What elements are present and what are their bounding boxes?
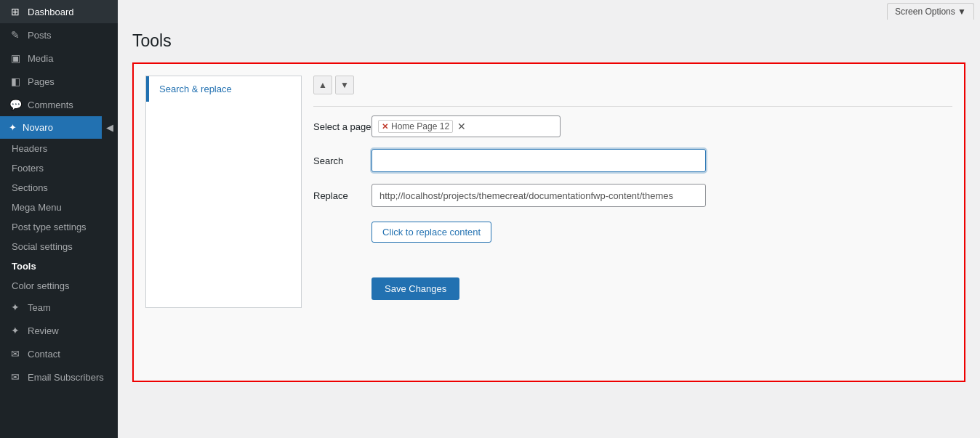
posts-icon: ✎: [9, 29, 22, 41]
sidebar-sub-sections[interactable]: Sections: [0, 178, 118, 198]
replace-control: [371, 184, 952, 207]
sidebar-item-label: Comments: [28, 100, 73, 110]
move-down-button[interactable]: ▼: [335, 76, 354, 94]
search-row: Search: [313, 149, 952, 172]
tools-inner: Search & replace ▲ ▼: [145, 76, 952, 308]
search-control: [371, 149, 952, 172]
replace-input[interactable]: [371, 184, 706, 207]
novaro-collapse-arrow[interactable]: ◀: [102, 116, 118, 139]
novaro-icon: ✦: [9, 122, 17, 133]
left-panel: Search & replace: [145, 76, 302, 308]
dashboard-icon: ⊞: [9, 6, 22, 17]
contact-icon: ✉: [9, 348, 22, 360]
sidebar-item-contact[interactable]: ✉ Contact: [0, 342, 118, 365]
sidebar-item-pages[interactable]: ◧ Pages: [0, 70, 118, 93]
replace-row: Replace: [313, 184, 952, 207]
save-changes-button[interactable]: Save Changes: [371, 277, 459, 300]
sidebar-item-label: Media: [28, 53, 53, 64]
replace-content-button[interactable]: Click to replace content: [371, 222, 491, 243]
separator: [313, 106, 952, 107]
review-icon: ✦: [9, 325, 22, 336]
tag-remove-icon[interactable]: ✕: [382, 122, 388, 131]
arrow-controls: ▲ ▼: [313, 76, 952, 94]
select-tag-box[interactable]: ✕ Home Page 12 ✕: [371, 115, 561, 137]
replace-label: Replace: [313, 190, 371, 201]
search-replace-tab[interactable]: Search & replace: [146, 76, 301, 102]
sidebar-sub-color-settings[interactable]: Color settings: [0, 276, 118, 296]
sidebar-sub-headers[interactable]: Headers: [0, 139, 118, 158]
select-page-label: Select a page: [313, 121, 371, 132]
page-title: Tools: [132, 31, 965, 51]
sidebar-item-label: Team: [28, 302, 51, 313]
search-input[interactable]: [371, 149, 706, 172]
media-icon: ▣: [9, 52, 22, 64]
right-panel: ▲ ▼ Select a page ✕: [313, 76, 952, 308]
top-bar: Screen Options ▼: [118, 0, 980, 20]
sidebar-item-email-subscribers[interactable]: ✉ Email Subscribers: [0, 365, 118, 389]
sidebar-item-media[interactable]: ▣ Media: [0, 46, 118, 70]
sidebar-item-dashboard[interactable]: ⊞ Dashboard: [0, 0, 118, 23]
down-arrow-icon: ▼: [340, 80, 349, 90]
up-arrow-icon: ▲: [318, 80, 327, 90]
move-up-button[interactable]: ▲: [313, 76, 332, 94]
clear-selection-icon[interactable]: ✕: [456, 121, 467, 132]
sidebar-item-comments[interactable]: 💬 Comments: [0, 93, 118, 116]
comments-icon: 💬: [9, 99, 22, 110]
tag-label: Home Page 12: [391, 121, 449, 131]
email-subscribers-icon: ✉: [9, 371, 22, 383]
sidebar-item-label: Review: [28, 325, 59, 336]
sidebar-item-team[interactable]: ✦ Team: [0, 296, 118, 319]
select-page-row: Select a page ✕ Home Page 12 ✕: [313, 115, 952, 137]
selected-page-tag: ✕ Home Page 12: [378, 120, 453, 133]
sidebar-sub-tools[interactable]: Tools: [0, 256, 118, 276]
sidebar-sub-post-type-settings[interactable]: Post type settings: [0, 217, 118, 237]
sidebar-sub-mega-menu[interactable]: Mega Menu: [0, 198, 118, 217]
left-panel-box: Search & replace: [145, 76, 302, 308]
sidebar-item-review[interactable]: ✦ Review: [0, 319, 118, 342]
sidebar-item-posts[interactable]: ✎ Posts: [0, 23, 118, 46]
sidebar-item-novaro[interactable]: ✦ Novaro ◀: [0, 116, 118, 139]
screen-options-button[interactable]: Screen Options ▼: [887, 3, 974, 20]
sidebar-item-label: Posts: [28, 30, 52, 41]
sidebar-item-label: Contact: [28, 349, 60, 360]
pages-icon: ◧: [9, 76, 22, 87]
sidebar-item-label: Email Subscribers: [28, 372, 104, 383]
save-changes-row: Save Changes: [371, 248, 952, 300]
sidebar: ⊞ Dashboard ✎ Posts ▣ Media ◧ Pages 💬 Co…: [0, 0, 118, 438]
sidebar-item-label: Pages: [28, 76, 55, 87]
tools-box: Search & replace ▲ ▼: [132, 62, 965, 382]
team-icon: ✦: [9, 301, 22, 313]
sidebar-sub-footers[interactable]: Footers: [0, 158, 118, 178]
sidebar-novaro-label: Novaro: [23, 122, 53, 133]
main-content: Screen Options ▼ Tools Search & replace: [118, 0, 980, 438]
search-label: Search: [313, 155, 371, 166]
replace-btn-row: Click to replace content: [371, 219, 952, 243]
sidebar-sub-social-settings[interactable]: Social settings: [0, 237, 118, 256]
select-page-control: ✕ Home Page 12 ✕: [371, 115, 952, 137]
content-area: Tools Search & replace ▲: [118, 20, 980, 438]
sidebar-item-label: Dashboard: [28, 7, 74, 17]
search-replace-label: Search & replace: [159, 84, 232, 94]
